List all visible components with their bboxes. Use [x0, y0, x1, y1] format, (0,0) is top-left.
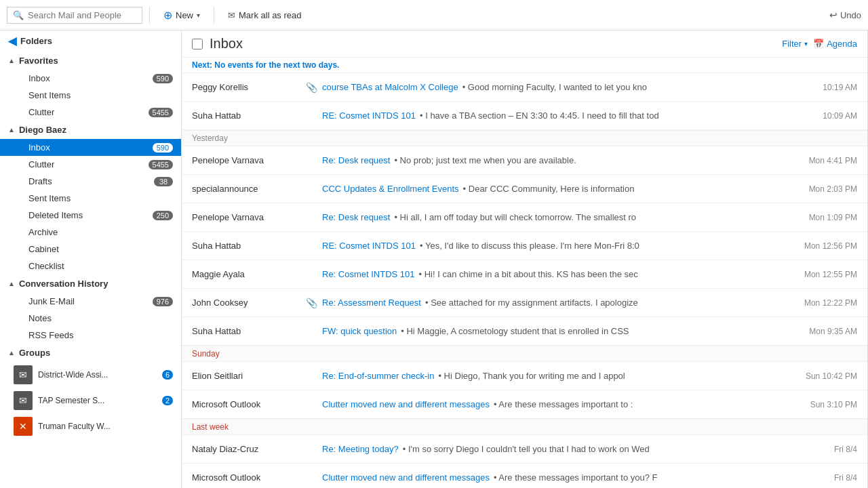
- sidebar-item-junk[interactable]: Junk E-Mail 976: [0, 293, 181, 310]
- toolbar: 🔍 ⊕ New ▾ ✉ Mark all as read ↩ Undo: [0, 0, 868, 30]
- email-row[interactable]: Nataly Diaz-Cruz Re: Meeting today? • I'…: [182, 435, 867, 464]
- email-row[interactable]: Penelope Varnava Re: Desk request • No p…: [182, 146, 867, 175]
- sidebar: ◀ Folders ▲ Favorites Inbox 590 Sent Ite…: [0, 30, 182, 488]
- email-row[interactable]: Suha Hattab FW: quick question • Hi Magg…: [182, 317, 867, 346]
- groups-label: Groups: [19, 348, 50, 358]
- groups-header[interactable]: ▲ Groups: [0, 344, 181, 362]
- sidebar-item-notes[interactable]: Notes: [0, 310, 181, 327]
- calendar-icon: 📅: [813, 39, 824, 49]
- date-separator-sunday: Sunday: [182, 346, 867, 362]
- email-row[interactable]: Suha Hattab RE: Cosmet INTDS 101 • I hav…: [182, 102, 867, 130]
- sidebar-item-archive[interactable]: Archive: [0, 224, 181, 241]
- back-icon: ◀: [8, 35, 16, 47]
- email-row[interactable]: specialannounce CCC Updates & Enrollment…: [182, 175, 867, 203]
- group-icon-tap: ✉: [14, 391, 33, 410]
- email-row[interactable]: Maggie Ayala Re: Cosmet INTDS 101 • Hi! …: [182, 260, 867, 289]
- group-icon-truman: ✕: [14, 417, 33, 436]
- email-row[interactable]: Peggy Korellis 📎 course TBAs at Malcolm …: [182, 73, 867, 102]
- sidebar-item-favorites-sent[interactable]: Sent Items: [0, 87, 181, 104]
- attachment-icon: 📎: [306, 82, 317, 93]
- email-row[interactable]: Penelope Varnava Re: Desk request • Hi a…: [182, 203, 867, 232]
- plus-icon: ⊕: [163, 9, 172, 22]
- conversation-history-header[interactable]: ▲ Conversation History: [0, 274, 181, 293]
- search-input[interactable]: [28, 10, 130, 20]
- sidebar-item-checklist[interactable]: Checklist: [0, 258, 181, 274]
- new-button[interactable]: ⊕ New ▾: [157, 5, 207, 25]
- main-content: ◀ Folders ▲ Favorites Inbox 590 Sent Ite…: [0, 30, 868, 488]
- email-row[interactable]: Suha Hattab RE: Cosmet INTDS 101 • Yes, …: [182, 232, 867, 260]
- envelope-icon: ✉: [228, 10, 235, 20]
- email-row[interactable]: John Cooksey 📎 Re: Assessment Request • …: [182, 289, 867, 317]
- group-icon-district: ✉: [14, 365, 33, 384]
- sidebar-item-deleted[interactable]: Deleted Items 250: [0, 207, 181, 224]
- email-body: course TBAs at Malcolm X College • Good …: [322, 82, 794, 92]
- email-row[interactable]: Elion Seitllari Re: End-of-summer check-…: [182, 362, 867, 390]
- chevron-down-icon: ▾: [804, 40, 808, 47]
- collapse-icon: ▲: [8, 57, 15, 64]
- conversation-history-label: Conversation History: [19, 279, 108, 289]
- sidebar-item-favorites-inbox[interactable]: Inbox 590: [0, 70, 181, 87]
- agenda-button[interactable]: 📅 Agenda: [813, 39, 857, 49]
- diego-header[interactable]: ▲ Diego Baez: [0, 121, 181, 139]
- select-all-checkbox[interactable]: [192, 39, 203, 49]
- folders-header[interactable]: ◀ Folders: [0, 30, 181, 52]
- collapse-icon: ▲: [8, 126, 15, 134]
- next-text: No events for the next two days.: [214, 60, 339, 70]
- sidebar-item-rss[interactable]: RSS Feeds: [0, 327, 181, 344]
- favorites-label: Favorites: [19, 56, 58, 66]
- email-row[interactable]: Microsoft Outlook Clutter moved new and …: [182, 464, 867, 488]
- collapse-icon: ▲: [8, 280, 15, 287]
- sidebar-item-clutter[interactable]: Clutter 5455: [0, 156, 181, 173]
- sidebar-item-cabinet[interactable]: Cabinet: [0, 241, 181, 258]
- undo-button[interactable]: ↩ Undo: [829, 9, 861, 20]
- undo-icon: ↩: [829, 9, 837, 20]
- mark-all-read-button[interactable]: ✉ Mark all as read: [221, 7, 308, 24]
- next-bar: Next: No events for the next two days.: [182, 58, 867, 73]
- collapse-icon: ▲: [8, 349, 15, 357]
- sidebar-item-inbox[interactable]: Inbox 590: [0, 139, 181, 156]
- group-item-tap[interactable]: ✉ TAP Semester S... 2: [0, 388, 181, 413]
- search-icon: 🔍: [13, 10, 24, 20]
- group-item-district[interactable]: ✉ District-Wide Assi... 6: [0, 362, 181, 388]
- search-box[interactable]: 🔍: [7, 7, 142, 24]
- sidebar-item-sent[interactable]: Sent Items: [0, 190, 181, 207]
- group-item-truman[interactable]: ✕ Truman Faculty W...: [0, 413, 181, 439]
- filter-label: Filter: [782, 39, 802, 49]
- next-label: Next:: [192, 60, 212, 70]
- sidebar-item-drafts[interactable]: Drafts 38: [0, 173, 181, 190]
- email-list: Inbox Filter ▾ 📅 Agenda Next: No events …: [182, 30, 868, 488]
- filter-button[interactable]: Filter ▾: [782, 39, 808, 49]
- folders-label: Folders: [20, 36, 52, 46]
- email-body: RE: Cosmet INTDS 101 • I have a TBA sect…: [322, 110, 794, 121]
- inbox-title: Inbox: [210, 36, 243, 52]
- diego-label: Diego Baez: [19, 125, 66, 135]
- sidebar-item-favorites-clutter[interactable]: Clutter 5455: [0, 104, 181, 121]
- filter-area: Filter ▾ 📅 Agenda: [782, 39, 857, 49]
- date-separator-yesterday: Yesterday: [182, 130, 867, 146]
- email-row[interactable]: Microsoft Outlook Clutter moved new and …: [182, 390, 867, 419]
- attachment-icon: 📎: [306, 298, 317, 308]
- dropdown-arrow-icon[interactable]: ▾: [197, 12, 200, 19]
- inbox-header: Inbox Filter ▾ 📅 Agenda: [182, 30, 867, 58]
- date-separator-last-week: Last week: [182, 419, 867, 435]
- favorites-header[interactable]: ▲ Favorites: [0, 52, 181, 70]
